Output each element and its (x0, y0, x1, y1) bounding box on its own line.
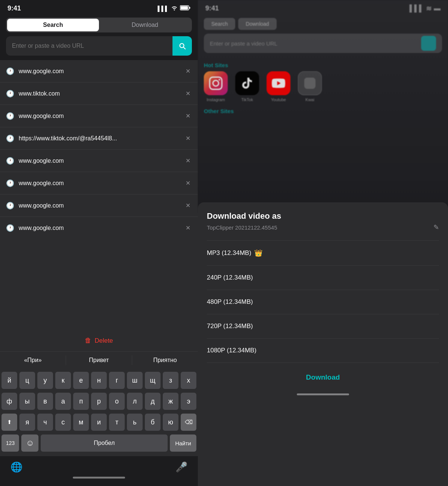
tab-search[interactable]: Search (7, 19, 99, 31)
keyboard-key[interactable]: ы (19, 393, 35, 410)
keyboard-key[interactable]: р (91, 393, 107, 410)
return-key[interactable]: Найти (170, 434, 196, 452)
close-icon[interactable]: ✕ (184, 178, 192, 188)
format-option[interactable]: 720P (12.34MB) (207, 314, 439, 339)
history-item[interactable]: 🕐 www.google.com ✕ (0, 194, 198, 217)
keyboard-key[interactable]: л (127, 393, 143, 410)
keyboard-key[interactable]: ь (127, 414, 143, 431)
keyboard-key[interactable]: х (181, 372, 196, 389)
close-icon[interactable]: ✕ (184, 66, 192, 76)
blurred-tabs: Search Download (204, 18, 442, 30)
blurred-time: 9:41 (205, 4, 219, 13)
keyboard-key[interactable]: г (109, 372, 125, 389)
format-option[interactable]: 1080P (12.34MB) (207, 339, 439, 363)
keyboard-key[interactable]: я (19, 414, 35, 431)
numbers-key[interactable]: 123 (1, 434, 19, 452)
history-item[interactable]: 🕐 https://www.tiktok.com/@ra54454l8... ✕ (0, 127, 198, 150)
history-item[interactable]: 🕐 www.google.com ✕ (0, 172, 198, 194)
keyboard-key[interactable]: о (109, 393, 125, 410)
svg-rect-3 (304, 78, 315, 89)
predictive-item-1[interactable]: Привет (66, 355, 132, 365)
close-icon[interactable]: ✕ (184, 200, 192, 211)
other-sites-label: Other Sites (198, 102, 448, 117)
search-button[interactable] (172, 36, 192, 56)
search-icon (178, 42, 186, 50)
predictive-item-2[interactable]: Приятно (132, 355, 198, 365)
format-label: 1080P (12.34MB) (207, 347, 256, 354)
modal-filename-row: TopClipper 20212122.45545 ✎ (207, 223, 439, 231)
keyboard-key[interactable]: з (163, 372, 178, 389)
keyboard-key[interactable]: д (145, 393, 161, 410)
instagram-label: Instagram (207, 97, 225, 102)
modal-filename: TopClipper 20212122.45545 (207, 224, 277, 231)
tab-download[interactable]: Download (99, 19, 191, 31)
svg-rect-1 (181, 6, 188, 10)
right-panel: 9:41 ▌▌▌ ≋ ▬ Search Download Enter or pa… (198, 0, 448, 486)
bottom-area: 🌐 🎤 (0, 456, 198, 486)
blurred-wifi: ≋ (426, 4, 432, 13)
keyboard-row-3: ⬆ ячсмитьбю⌫ (1, 414, 196, 431)
format-options-list: MP3 (12.34MB)👑240P (12.34MB)480P (12.34M… (207, 241, 439, 363)
icon-instagram: Instagram (204, 71, 228, 102)
clock-icon: 🕐 (6, 90, 14, 98)
clock-icon: 🕐 (6, 202, 14, 210)
keyboard-key[interactable]: п (73, 393, 89, 410)
keyboard-key[interactable]: ш (127, 372, 143, 389)
format-label: 240P (12.34MB) (207, 274, 253, 281)
keyboard-key[interactable]: ч (37, 414, 53, 431)
modal-download-label[interactable]: Download (306, 373, 340, 381)
keyboard-key[interactable]: ц (19, 372, 35, 389)
close-icon[interactable]: ✕ (184, 88, 192, 99)
history-item[interactable]: 🕐 www.google.com ✕ (0, 217, 198, 239)
keyboard-key[interactable]: в (37, 393, 53, 410)
close-icon[interactable]: ✕ (184, 133, 192, 143)
keyboard-key[interactable]: э (181, 393, 196, 410)
keyboard-key[interactable]: ю (163, 414, 178, 431)
history-item[interactable]: 🕐 www.google.com ✕ (0, 150, 198, 172)
keyboard-key[interactable]: б (145, 414, 161, 431)
shift-key[interactable]: ⬆ (1, 414, 17, 431)
close-icon[interactable]: ✕ (184, 223, 192, 233)
emoji-key[interactable]: ☺ (21, 434, 38, 452)
delete-label[interactable]: Delete (94, 337, 113, 345)
globe-icon[interactable]: 🌐 (10, 461, 22, 473)
history-url: www.google.com (19, 68, 184, 75)
blurred-signal: ▌▌▌ (410, 4, 424, 13)
format-option[interactable]: 480P (12.34MB) (207, 290, 439, 314)
backspace-key[interactable]: ⌫ (181, 414, 196, 431)
format-option[interactable]: 240P (12.34MB) (207, 266, 439, 290)
keyboard-key[interactable]: ж (163, 393, 178, 410)
blurred-tab-search: Search (204, 18, 235, 30)
history-item[interactable]: 🕐 www.google.com ✕ (0, 60, 198, 82)
modal-download-button[interactable]: Download (207, 363, 439, 389)
wifi-icon (171, 5, 178, 12)
keyboard-key[interactable]: ф (1, 393, 17, 410)
clock-icon: 🕐 (6, 134, 14, 143)
format-option[interactable]: MP3 (12.34MB)👑 (207, 241, 439, 266)
space-key[interactable]: Пробел (41, 434, 168, 452)
close-icon[interactable]: ✕ (184, 156, 192, 166)
edit-icon[interactable]: ✎ (433, 223, 439, 231)
hot-sites-label: Hot Sites (198, 57, 448, 71)
predictive-item-0[interactable]: «При» (0, 355, 66, 365)
keyboard-key[interactable]: к (55, 372, 71, 389)
keyboard-key[interactable]: й (1, 372, 17, 389)
history-url: www.google.com (19, 158, 184, 164)
keyboard-key[interactable]: щ (145, 372, 161, 389)
history-item[interactable]: 🕐 www.tiktok.com ✕ (0, 82, 198, 105)
keyboard-key[interactable]: и (91, 414, 107, 431)
search-bar (6, 36, 192, 56)
time-label: 9:41 (7, 4, 21, 12)
keyboard-key[interactable]: т (109, 414, 125, 431)
close-icon[interactable]: ✕ (184, 111, 192, 121)
history-item[interactable]: 🕐 www.google.com ✕ (0, 105, 198, 127)
mic-icon[interactable]: 🎤 (175, 461, 187, 473)
delete-row[interactable]: 🗑 Delete (0, 330, 198, 351)
keyboard-key[interactable]: с (55, 414, 71, 431)
search-input[interactable] (6, 37, 172, 54)
keyboard-key[interactable]: у (37, 372, 53, 389)
keyboard-key[interactable]: н (91, 372, 107, 389)
keyboard-key[interactable]: е (73, 372, 89, 389)
keyboard-key[interactable]: а (55, 393, 71, 410)
keyboard-key[interactable]: м (73, 414, 89, 431)
